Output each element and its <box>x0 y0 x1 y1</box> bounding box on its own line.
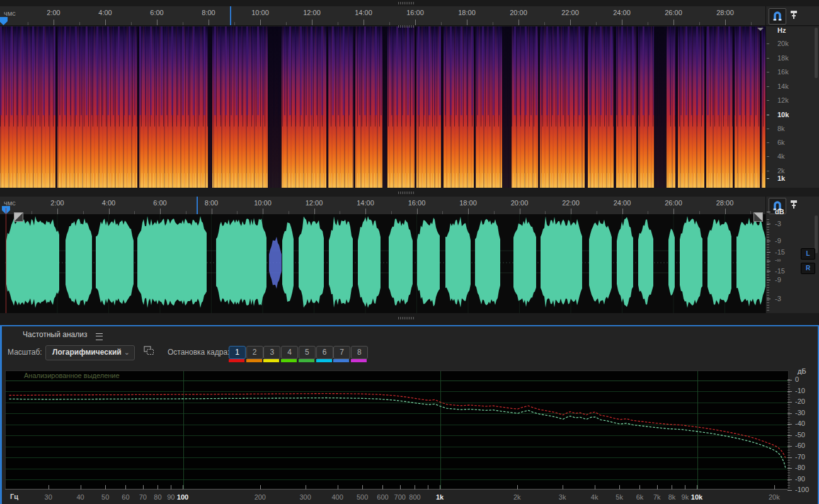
ruler-tick <box>468 209 469 214</box>
y-axis-major-tick <box>788 424 792 425</box>
freq-scale-tick <box>767 86 769 87</box>
y-axis-label: -20 <box>795 398 805 405</box>
hold-button-7[interactable]: 7 <box>333 346 350 359</box>
hold-button-4[interactable]: 4 <box>281 346 298 359</box>
spectrogram-silence-gap <box>654 26 667 188</box>
ruler-tick <box>312 20 312 25</box>
time-label: 26:00 <box>665 9 682 16</box>
freq-scale-tick <box>767 43 769 44</box>
fade-out-handle[interactable] <box>753 212 763 222</box>
time-label: 8:00 <box>205 199 218 207</box>
time-unit-label: чмс <box>4 9 16 17</box>
hold-button-8[interactable]: 8 <box>351 346 368 359</box>
x-axis-tick <box>672 485 672 490</box>
snap-toggle-button[interactable] <box>769 8 786 25</box>
frequency-axis: Гц 3040506070809010020030040050060070080… <box>0 488 788 504</box>
playhead-triangle[interactable] <box>0 17 8 25</box>
timeline-marker[interactable] <box>197 197 198 214</box>
hold-button-2[interactable]: 2 <box>246 346 263 359</box>
fade-in-handle[interactable] <box>14 212 23 222</box>
ruler-corner-spectrogram <box>765 6 819 26</box>
x-axis-label: 200 <box>255 493 266 501</box>
vertical-scrollbar[interactable] <box>815 215 818 253</box>
time-label: 22:00 <box>561 9 579 16</box>
x-axis-label: 30 <box>45 493 52 501</box>
frequency-ruler[interactable]: Hz20k18k16k14k12k10k8k6k4k2k1k <box>765 26 819 188</box>
spectrogram-silence-gap <box>675 26 678 188</box>
frequency-plot-svg <box>6 371 788 489</box>
ruler-tick <box>725 20 726 25</box>
freq-scale-label: 10k <box>777 111 789 118</box>
ruler-tick <box>673 20 674 25</box>
timeline-ruler-spectrogram[interactable]: чмс 2:004:006:008:0010:0012:0014:0016:00… <box>0 6 765 26</box>
waveform-shape <box>6 216 765 308</box>
hold-button-5[interactable]: 5 <box>299 346 316 359</box>
ruler-tick <box>131 22 132 25</box>
amplitude-scale-label: -∞ <box>775 257 781 263</box>
time-label: 16:00 <box>408 199 426 207</box>
spectrogram-display[interactable] <box>0 26 765 188</box>
amplitude-scale-tick <box>767 299 770 299</box>
panel-grip-handle[interactable] <box>398 2 415 4</box>
current-time-indicator[interactable] <box>6 208 6 313</box>
x-axis-tick <box>774 485 775 490</box>
time-label: 6:00 <box>153 199 166 207</box>
hold-button-color-bar <box>263 359 279 362</box>
spectrogram-silence-gap <box>268 26 282 188</box>
hold-button-6[interactable]: 6 <box>316 346 333 359</box>
spectrogram-silence-gap <box>760 26 762 188</box>
amplitude-tick-comb <box>767 219 769 311</box>
hold-button-color-bar <box>333 359 349 362</box>
ruler-tick <box>518 20 519 25</box>
pin-marker-button[interactable] <box>789 9 799 23</box>
pin-marker-button[interactable] <box>789 198 799 212</box>
hold-button-3[interactable]: 3 <box>263 346 280 359</box>
time-label: 16:00 <box>406 9 424 16</box>
freq-scale-dropdown-arrow[interactable] <box>757 28 764 31</box>
y-axis-major-tick <box>788 391 792 392</box>
timeline-ruler-waveform[interactable]: чмс 2:004:006:008:0010:0012:0014:0016:00… <box>0 197 765 215</box>
channel-left-button[interactable]: L <box>801 248 815 260</box>
freq-scale-tick <box>767 115 769 115</box>
time-label: 28:00 <box>716 199 734 207</box>
time-label: 10:00 <box>254 199 272 207</box>
y-axis-major-tick <box>788 479 792 480</box>
waveform-display[interactable] <box>0 214 765 313</box>
amplitude-scale-tick <box>767 271 770 272</box>
panel-grip-handle[interactable] <box>398 192 415 194</box>
ruler-tick <box>699 22 700 25</box>
x-axis-tick <box>697 485 697 490</box>
ruler-tick <box>79 22 80 25</box>
y-axis-major-tick <box>788 457 792 458</box>
panel-grip-handle[interactable] <box>398 25 415 28</box>
channel-right-button[interactable]: R <box>801 263 815 274</box>
spectrogram-silence-gap <box>502 26 512 188</box>
hold-button-color-bar <box>246 359 262 362</box>
time-label: 28:00 <box>716 9 734 16</box>
spectrogram-silence-gap <box>55 26 57 188</box>
hold-buttons-row: 12345678 <box>0 325 819 363</box>
x-axis-tick <box>382 485 383 490</box>
vertical-scrollbar[interactable] <box>815 28 818 78</box>
timeline-marker[interactable] <box>230 6 231 25</box>
amplitude-scale-label: -3 <box>775 295 781 302</box>
y-axis-label: -50 <box>795 431 805 438</box>
freq-scale-tick <box>767 129 769 129</box>
x-axis-tick <box>639 485 640 490</box>
x-axis-tick <box>400 485 401 490</box>
hold-button-1[interactable]: 1 <box>229 346 246 359</box>
ruler-tick <box>160 209 161 214</box>
freq-scale-label: 2k <box>777 167 785 175</box>
spectrogram-silence-gap <box>585 26 588 188</box>
plot-selection-label: Анализированное выделение <box>24 372 120 379</box>
time-label: 20:00 <box>511 199 529 207</box>
freq-scale-label: 4k <box>777 152 785 160</box>
y-axis-major-tick <box>788 446 792 447</box>
y-axis-label: -80 <box>795 464 805 471</box>
x-axis-label: 600 <box>377 493 388 501</box>
right-channel-green-curve <box>9 398 786 468</box>
amplitude-scale-label: -9 <box>775 276 781 284</box>
panel-grip-handle[interactable] <box>398 317 415 319</box>
audition-workspace: чмс 2:004:006:008:0010:0012:0014:0016:00… <box>0 0 819 504</box>
ruler-tick <box>544 22 545 25</box>
